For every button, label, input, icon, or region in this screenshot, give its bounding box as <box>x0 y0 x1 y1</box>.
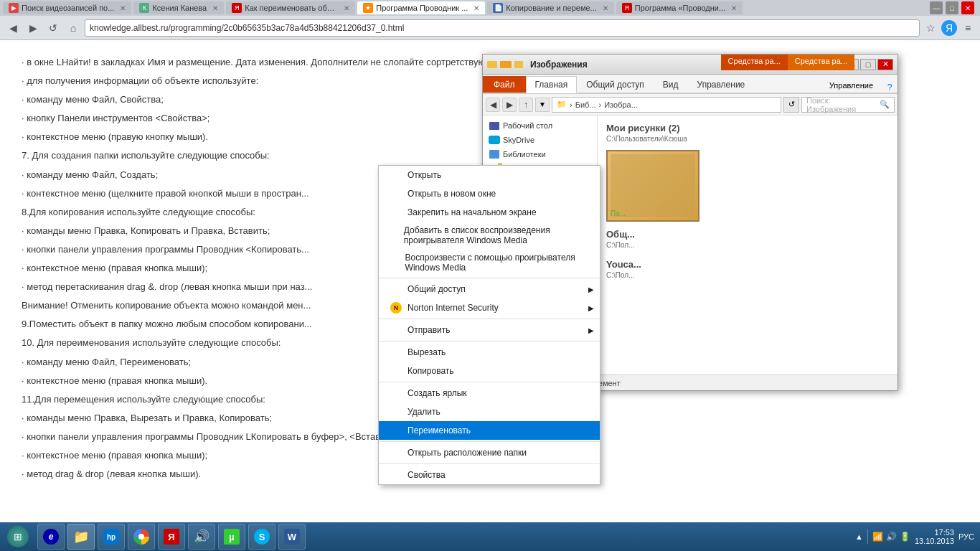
close-button[interactable]: ✕ <box>961 1 974 14</box>
tab-1-close[interactable]: ✕ <box>120 4 126 12</box>
ctx-delete-label: Удалить <box>407 407 440 417</box>
exp-recent-button[interactable]: ▼ <box>535 98 550 112</box>
picture-tools-tab-2[interactable]: Средства ра... <box>788 55 854 70</box>
forward-button[interactable]: ▶ <box>24 19 42 37</box>
ctx-add-playlist[interactable]: Добавить в список воспроизведения проигр… <box>379 222 600 249</box>
tab-5[interactable]: 📄 Копирование и переме... ✕ <box>487 1 613 14</box>
back-button[interactable]: ◀ <box>4 19 22 37</box>
taskbar-sys-icons: 📶 🔊 🔋 <box>872 532 910 542</box>
battery-icon[interactable]: 🔋 <box>900 532 910 542</box>
home-button[interactable]: ⌂ <box>65 19 82 37</box>
nav-bar: ◀ ▶ ↺ ⌂ knowledge.allbest.ru/programming… <box>0 16 980 40</box>
ctx-sep-4 <box>379 382 600 382</box>
show-desktop-btn[interactable]: ▲ <box>855 532 863 541</box>
picture-tools-tab-1[interactable]: Средства ра... <box>721 55 788 70</box>
explorer-title-folder-icon <box>487 61 497 68</box>
ctx-properties[interactable]: Свойства <box>379 466 600 484</box>
tab-5-close[interactable]: ✕ <box>603 4 608 12</box>
ribbon-help[interactable]: ? <box>882 83 897 93</box>
explorer-filelist: Мои рисунки (2) С:\Пользователи\Ксюша Па… <box>598 116 897 354</box>
start-button[interactable]: ⊞ <box>0 522 36 551</box>
tab-4-favicon: ★ <box>363 3 373 13</box>
tab-2-close[interactable]: ✕ <box>212 4 218 12</box>
ctx-cut[interactable]: Вырезать <box>379 343 600 362</box>
ctx-rename-icon <box>390 425 402 436</box>
taskbar-ie[interactable]: e <box>37 524 65 550</box>
ctx-pin[interactable]: Закрепить на начальном экране <box>379 203 600 222</box>
exp-refresh-button[interactable]: ↺ <box>783 97 799 113</box>
taskbar-word[interactable]: W <box>278 524 306 550</box>
taskbar-sound[interactable]: 🔊 <box>188 524 215 550</box>
folder-thumb-image[interactable]: Па... <box>606 150 699 222</box>
exp-up-button[interactable]: ↑ <box>519 98 533 112</box>
menu-icon[interactable]: ≡ <box>960 20 976 36</box>
ctx-play[interactable]: Воспроизвести с помощью проигрывателя Wi… <box>379 249 600 276</box>
tab-3[interactable]: Я Как переименовать объ... ✕ <box>226 1 355 14</box>
folder-thumbnail[interactable]: Па... <box>606 150 699 222</box>
exp-back-button[interactable]: ◀ <box>486 98 500 112</box>
ctx-shortcut-icon <box>390 387 402 399</box>
ctx-send[interactable]: Отправить <box>379 321 600 339</box>
ctx-open-new-icon <box>390 188 402 199</box>
sidebar-desktop[interactable]: Рабочий стол <box>483 118 597 133</box>
taskbar-chrome[interactable] <box>128 524 155 550</box>
ctx-copy[interactable]: Копировать <box>379 362 600 380</box>
ctx-open-new-window[interactable]: Открыть в новом окне <box>379 184 600 203</box>
network-icon[interactable]: 📶 <box>872 532 883 542</box>
ctx-create-shortcut[interactable]: Создать ярлык <box>379 384 600 402</box>
exp-forward-button[interactable]: ▶ <box>502 98 517 112</box>
taskbar-torrent[interactable]: µ <box>218 524 245 550</box>
bookmark-icon[interactable]: ☆ <box>923 20 938 36</box>
ctx-share[interactable]: Общий доступ <box>379 280 600 298</box>
ribbon-tab-manage[interactable]: Управление <box>688 76 755 93</box>
ctx-rename[interactable]: Переименовать <box>379 421 600 440</box>
address-bar[interactable]: knowledge.allbest.ru/programming/2c0b656… <box>85 19 920 37</box>
ribbon: Файл Главная Общий доступ Вид Управление… <box>483 75 897 94</box>
ribbon-tab-view[interactable]: Вид <box>654 76 688 93</box>
ctx-norton[interactable]: N Norton Internet Security <box>379 298 600 317</box>
taskbar-skype[interactable]: S <box>248 524 275 550</box>
desktop-icon <box>489 120 500 131</box>
tab-4[interactable]: ★ Программа Проводник ... ✕ <box>357 1 485 14</box>
start-icon: ⊞ <box>7 526 29 547</box>
volume-icon[interactable]: 🔊 <box>886 532 897 542</box>
yandex-icon[interactable]: Я <box>941 20 957 36</box>
taskbar-clock[interactable]: 17:53 13.10.2013 <box>915 528 954 545</box>
ctx-shortcut-label: Создать ярлык <box>407 388 467 398</box>
minimize-button[interactable]: — <box>930 1 943 14</box>
tab-6-label: Программа «Проводни... <box>635 4 725 12</box>
tab-2[interactable]: К Ксения Канева ✕ <box>133 1 224 14</box>
ctx-delete[interactable]: Удалить <box>379 402 600 421</box>
explorer-close[interactable]: ✕ <box>877 59 893 70</box>
tab-6[interactable]: Я Программа «Проводни... ✕ <box>616 1 743 14</box>
tab-4-close[interactable]: ✕ <box>473 4 479 12</box>
taskbar-time: 17:53 <box>915 528 954 537</box>
taskbar-yandex[interactable]: Я <box>158 524 185 550</box>
hp-icon: hp <box>103 529 119 545</box>
ctx-open-location[interactable]: Открыть расположение папки <box>379 443 600 462</box>
ctx-open[interactable]: Открыть <box>379 166 600 184</box>
tab-1[interactable]: ▶ Поиск видеозаписей по... ✕ <box>3 1 131 14</box>
sidebar-skydrive[interactable]: SkyDrive <box>483 133 597 147</box>
sidebar-libraries[interactable]: Библиотеки <box>483 147 597 161</box>
exp-address-bar[interactable]: 📁 › Биб... › Изобра... <box>552 97 781 113</box>
ctx-open-label: Открыть <box>407 170 441 180</box>
ribbon-expand[interactable]: Управление <box>821 78 882 93</box>
ctx-sep-2 <box>379 319 600 319</box>
taskbar-sys-area: ▲ 📶 🔊 🔋 17:53 13.10.2013 РУС <box>849 528 980 545</box>
reload-button[interactable]: ↺ <box>44 19 62 37</box>
ribbon-tab-file[interactable]: Файл <box>483 76 526 93</box>
tab-6-close[interactable]: ✕ <box>731 4 737 12</box>
ribbon-tab-home[interactable]: Главная <box>526 76 578 93</box>
tab-3-close[interactable]: ✕ <box>344 4 349 12</box>
exp-search-text: Поиск: Изображения <box>806 96 880 113</box>
maximize-button[interactable]: □ <box>946 1 958 14</box>
exp-search-box[interactable]: Поиск: Изображения 🔍 <box>801 97 895 113</box>
ribbon-tab-share[interactable]: Общий доступ <box>577 76 654 93</box>
explorer-maximize[interactable]: □ <box>860 59 876 70</box>
tab-1-favicon: ▶ <box>9 3 19 13</box>
ie-icon: e <box>43 529 59 545</box>
explorer-title-icon2 <box>500 61 512 68</box>
taskbar-hp[interactable]: hp <box>98 524 125 550</box>
taskbar-explorer[interactable]: 📁 <box>67 524 95 550</box>
